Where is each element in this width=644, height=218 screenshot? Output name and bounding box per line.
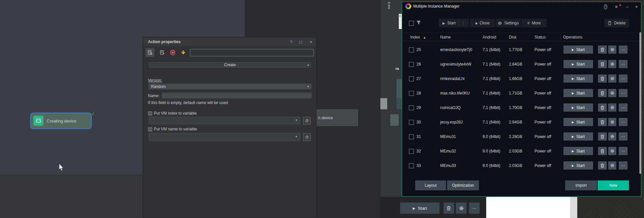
row-checkbox[interactable] bbox=[409, 91, 414, 96]
row-trash-icon[interactable] bbox=[598, 118, 607, 126]
row-gear-icon[interactable] bbox=[608, 60, 616, 68]
copy-icon[interactable] bbox=[303, 117, 311, 124]
close-instances-button[interactable]: ■ Close bbox=[470, 19, 495, 27]
tree-tab[interactable]: tree bbox=[387, 2, 391, 10]
row-checkbox[interactable] bbox=[409, 134, 414, 139]
record-icon[interactable] bbox=[168, 48, 177, 57]
row-more-icon[interactable]: ⋯ bbox=[619, 118, 628, 126]
layout-button[interactable]: Layout bbox=[415, 180, 446, 190]
row-checkbox[interactable] bbox=[409, 47, 414, 52]
settings-button[interactable]: Settings bbox=[496, 19, 521, 27]
screen: tree C ra n device Creating device ✓ Act… bbox=[0, 0, 644, 218]
minimize-icon[interactable]: – bbox=[624, 4, 631, 9]
action-select[interactable]: Create ▾ bbox=[148, 61, 312, 68]
row-checkbox[interactable] bbox=[409, 62, 414, 67]
row-start-button[interactable]: ▶ Start bbox=[563, 45, 593, 54]
row-checkbox[interactable] bbox=[409, 76, 414, 81]
cell-android: 7.1 (64bit) bbox=[483, 42, 500, 57]
row-more-icon[interactable]: ⋯ bbox=[619, 45, 628, 54]
row-more-icon[interactable]: ⋯ bbox=[619, 60, 628, 68]
row-start-button[interactable]: ▶ Start bbox=[563, 89, 593, 97]
select-all-checkbox[interactable] bbox=[409, 21, 414, 26]
row-gear-icon[interactable] bbox=[608, 74, 616, 83]
row-trash-icon[interactable] bbox=[598, 60, 607, 68]
row-start-button[interactable]: ▶ Start bbox=[563, 132, 593, 141]
row-trash-icon[interactable] bbox=[598, 132, 607, 141]
vm-name-combo[interactable]: ▾ bbox=[149, 133, 300, 141]
background-start-button[interactable]: ▶ Start bbox=[400, 203, 440, 214]
start-button[interactable]: ▶ Start ⋮ bbox=[439, 19, 469, 27]
row-gear-icon[interactable] bbox=[608, 45, 616, 54]
row-gear-icon[interactable] bbox=[608, 147, 616, 155]
name-input[interactable] bbox=[161, 92, 312, 99]
column-android[interactable]: Android bbox=[483, 35, 496, 40]
new-button[interactable]: New bbox=[598, 180, 629, 190]
row-more-icon[interactable]: ⋯ bbox=[619, 103, 628, 112]
cell-index: 26 bbox=[417, 57, 421, 71]
row-start-button[interactable]: ▶ Start bbox=[563, 103, 593, 112]
help-icon[interactable]: ? bbox=[602, 4, 609, 9]
row-trash-icon[interactable] bbox=[598, 161, 607, 170]
cell-disk: 2.03GB bbox=[509, 144, 522, 158]
row-trash-icon[interactable] bbox=[598, 74, 607, 83]
node-label: Creating device bbox=[47, 113, 76, 128]
vm-index-combo[interactable]: ▾ bbox=[149, 117, 300, 124]
row-start-button[interactable]: ▶ Start bbox=[563, 118, 593, 126]
row-start-button[interactable]: ▶ Start bbox=[563, 60, 593, 68]
row-more-icon[interactable]: ⋯ bbox=[619, 132, 628, 141]
action-select-value: Create bbox=[224, 63, 236, 67]
column-status[interactable]: Status bbox=[535, 35, 546, 40]
delete-button[interactable]: Delete bbox=[604, 19, 629, 27]
row-gear-icon[interactable] bbox=[608, 118, 616, 126]
import-button[interactable]: Import bbox=[565, 180, 597, 190]
row-checkbox[interactable] bbox=[409, 105, 414, 110]
row-gear-icon[interactable] bbox=[608, 132, 616, 141]
column-operations[interactable]: Operations bbox=[560, 35, 583, 40]
table-row: 27 rimkevaidaLhl 7.1 (64bit) 1.66GB Powe… bbox=[402, 71, 641, 86]
table-row: 26 ugnesimulyte4xW 7.1 (64bit) 2.84GB Po… bbox=[402, 57, 641, 71]
row-checkbox[interactable] bbox=[409, 149, 414, 154]
column-disk[interactable]: Disk bbox=[509, 35, 516, 40]
close-icon[interactable]: × bbox=[307, 39, 315, 45]
occluded-scrollbar-thumb[interactable] bbox=[390, 114, 399, 126]
table-scrollbar[interactable] bbox=[639, 32, 641, 174]
properties-tab-icon[interactable] bbox=[146, 48, 155, 57]
optimization-button[interactable]: Optimization bbox=[447, 180, 479, 190]
row-gear-icon[interactable] bbox=[608, 161, 616, 170]
row-start-button[interactable]: ▶ Start bbox=[563, 161, 593, 170]
more-icon[interactable]: ⋯ bbox=[469, 203, 480, 214]
row-checkbox[interactable] bbox=[409, 163, 414, 168]
copy-icon[interactable] bbox=[303, 133, 311, 141]
trash-icon[interactable] bbox=[443, 203, 454, 214]
row-trash-icon[interactable] bbox=[598, 89, 607, 97]
menu-icon[interactable]: ≡ bbox=[613, 4, 620, 9]
filter-icon[interactable] bbox=[416, 20, 421, 26]
row-trash-icon[interactable] bbox=[598, 147, 607, 155]
row-more-icon[interactable]: ⋯ bbox=[619, 147, 628, 155]
column-name[interactable]: Name bbox=[440, 35, 451, 40]
row-checkbox[interactable] bbox=[409, 120, 414, 125]
edit-script-icon[interactable] bbox=[158, 48, 167, 57]
cell-name: MEmu32 bbox=[440, 144, 456, 158]
row-start-button[interactable]: ▶ Start bbox=[563, 147, 593, 155]
row-trash-icon[interactable] bbox=[598, 103, 607, 112]
row-gear-icon[interactable] bbox=[608, 103, 616, 112]
row-more-icon[interactable]: ⋯ bbox=[619, 89, 628, 97]
close-icon[interactable]: × bbox=[633, 4, 640, 9]
row-start-button[interactable]: ▶ Start bbox=[563, 74, 593, 83]
more-button[interactable]: ≡ More bbox=[521, 19, 547, 27]
row-more-icon[interactable]: ⋯ bbox=[619, 161, 628, 170]
maximize-icon[interactable]: □ bbox=[297, 39, 304, 45]
down-arrow-icon[interactable] bbox=[179, 48, 188, 57]
play-icon: ▶ bbox=[572, 150, 574, 153]
row-more-icon[interactable]: ⋯ bbox=[619, 74, 628, 83]
search-input[interactable] bbox=[190, 49, 314, 56]
row-trash-icon[interactable] bbox=[598, 45, 607, 54]
occluded-text-fragment: ra bbox=[395, 67, 402, 71]
action-node-creating-device[interactable]: Creating device ✓ bbox=[30, 113, 92, 129]
row-gear-icon[interactable] bbox=[608, 89, 616, 97]
column-index[interactable]: Index ▴ bbox=[410, 35, 425, 40]
version-select[interactable]: Random ▾ bbox=[148, 83, 312, 90]
help-icon[interactable]: ? bbox=[288, 39, 295, 45]
gear-icon[interactable] bbox=[456, 203, 466, 214]
